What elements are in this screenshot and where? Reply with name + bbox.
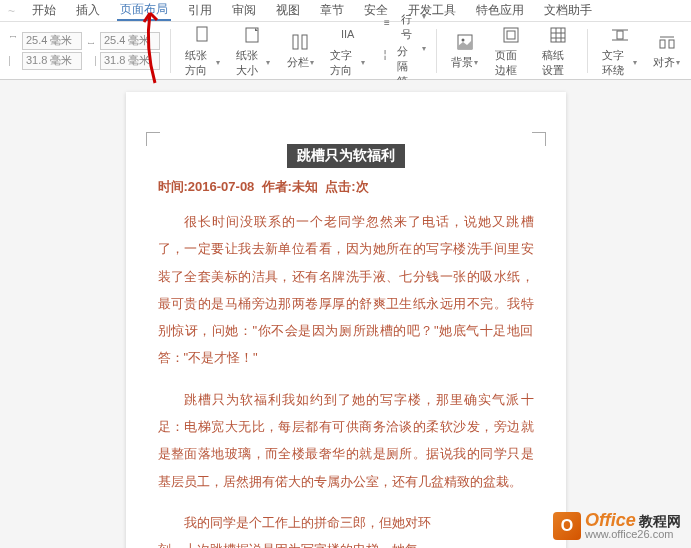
page-border-button[interactable]: 页面边框 [491,22,530,80]
align-label: 对齐 [653,55,675,70]
watermark-url: www.office26.com [585,529,681,540]
margin-bottom-icon: ⎵ [84,34,98,48]
text-wrap-icon [609,24,631,46]
columns-label: 分栏 [287,55,309,70]
text-direction-button[interactable]: IIA 文字方向▾ [326,22,369,80]
manuscript-button[interactable]: 稿纸设置 [538,22,577,80]
menu-view[interactable]: 视图 [273,1,303,20]
paper-size-label: 纸张大小 [236,48,266,78]
dropdown-arrow-icon: ▾ [216,58,220,67]
svg-point-6 [461,39,464,42]
margin-top-icon: ⎴ [6,34,20,48]
page-margin-marker [532,132,546,146]
menu-references[interactable]: 引用 [185,1,215,20]
align-button[interactable]: 对齐▾ [649,29,685,72]
ribbon: ⎴ ⎵ ⎸ ⎹ 纸张方向▾ 纸张大小▾ 分栏▾ IIA 文字方向▾ ≡ 行号 ▾ [0,22,691,80]
document-paragraph-3: 我的同学是个工作上的拼命三郎，但她对环 [158,509,534,536]
svg-rect-9 [551,28,565,42]
svg-text:IIA: IIA [341,28,355,40]
svg-rect-2 [293,35,298,49]
dropdown-arrow-icon: ▾ [676,58,680,67]
ribbon-separator [587,29,588,73]
menu-insert[interactable]: 插入 [73,1,103,20]
ribbon-separator [436,29,437,73]
dropdown-arrow-icon: ▾ [266,58,270,67]
background-label: 背景 [451,55,473,70]
menu-start[interactable]: 开始 [29,1,59,20]
margin-left-icon: ⎸ [6,54,20,68]
meta-click-label: 点击: [325,179,355,194]
dropdown-arrow-icon: ▾ [422,12,426,42]
menu-review[interactable]: 审阅 [229,1,259,20]
page-border-label: 页面边框 [495,48,526,78]
meta-time-label: 时间: [158,179,188,194]
document-title: 跳槽只为软福利 [287,144,405,168]
meta-author-value: 未知 [292,179,318,194]
document-meta: 时间:2016-07-08 作者:未知 点击:次 [158,178,534,196]
menu-section[interactable]: 章节 [317,1,347,20]
manuscript-label: 稿纸设置 [542,48,573,78]
paper-size-button[interactable]: 纸张大小▾ [232,22,275,80]
text-direction-icon: IIA [337,24,359,46]
margin-group: ⎴ ⎵ ⎸ ⎹ [6,32,160,70]
watermark-logo-icon: O [553,512,581,540]
meta-author-label: 作者: [262,179,292,194]
orientation-label: 纸张方向 [185,48,215,78]
margin-bottom-input[interactable] [100,32,160,50]
separator-button[interactable]: ¦ [377,44,393,64]
margin-right-input[interactable] [100,52,160,70]
svg-rect-0 [197,27,207,41]
menu-doc-assistant[interactable]: 文档助手 [541,1,595,20]
svg-rect-8 [507,31,515,39]
document-page[interactable]: 跳槽只为软福利 时间:2016-07-08 作者:未知 点击:次 很长时间没联系… [126,92,566,548]
page-border-icon [500,24,522,46]
line-separator-group: ≡ 行号 ▾ ¦ 分隔符 ▾ [377,12,426,89]
dropdown-arrow-icon: ▾ [310,58,314,67]
text-wrap-button[interactable]: 文字环绕▾ [598,22,641,80]
text-wrap-label: 文字环绕 [602,48,632,78]
columns-button[interactable]: 分栏▾ [282,29,318,72]
meta-click-value: 次 [356,179,369,194]
dropdown-arrow-icon: ▾ [633,58,637,67]
margin-top-input[interactable] [22,32,82,50]
svg-rect-14 [617,31,623,39]
ribbon-separator [170,29,171,73]
document-paragraph-3b: 刻。上次跳槽据说是因为写字楼的电梯，她每 [158,536,534,548]
menu-special[interactable]: 特色应用 [473,1,527,20]
orientation-icon [191,24,213,46]
line-number-button[interactable]: ≡ [377,12,396,32]
svg-rect-3 [302,35,307,49]
dropdown-arrow-icon: ▾ [361,58,365,67]
svg-rect-7 [504,28,518,42]
watermark-suffix: 教程网 [639,513,681,529]
workspace: ▸ 跳槽只为软福利 时间:2016-07-08 作者:未知 点击:次 很长时间没… [0,80,691,548]
margin-left-input[interactable] [22,52,82,70]
dropdown-arrow-icon: ▾ [474,58,478,67]
line-number-label: 行号 [401,12,419,42]
background-icon [454,31,476,53]
orientation-button[interactable]: 纸张方向▾ [181,22,224,80]
manuscript-icon [547,24,569,46]
document-paragraph-1: 很长时间没联系的一个老同学忽然来了电话，说她又跳槽了，一定要让我去新单位看看，因… [158,208,534,372]
meta-time-value: 2016-07-08 [188,179,255,194]
watermark: O Office 教程网 www.office26.com [553,511,681,540]
menu-bar: ~ 开始 插入 页面布局 引用 审阅 视图 章节 安全 开发工具 特色应用 文档… [0,0,691,22]
columns-icon [289,31,311,53]
menu-page-layout[interactable]: 页面布局 [117,0,171,21]
align-icon [656,31,678,53]
watermark-brand: Office [585,510,636,530]
document-paragraph-2: 跳槽只为软福利我如约到了她的写字楼，那里确实气派十足：电梯宽大无比，每层都有可供… [158,386,534,495]
menu-separator: ~ [8,4,15,18]
background-button[interactable]: 背景▾ [447,29,483,72]
svg-rect-18 [660,40,665,48]
paper-size-icon [242,24,264,46]
page-margin-marker [146,132,160,146]
text-direction-label: 文字方向 [330,48,360,78]
svg-rect-19 [669,40,674,48]
margin-right-icon: ⎹ [84,54,98,68]
